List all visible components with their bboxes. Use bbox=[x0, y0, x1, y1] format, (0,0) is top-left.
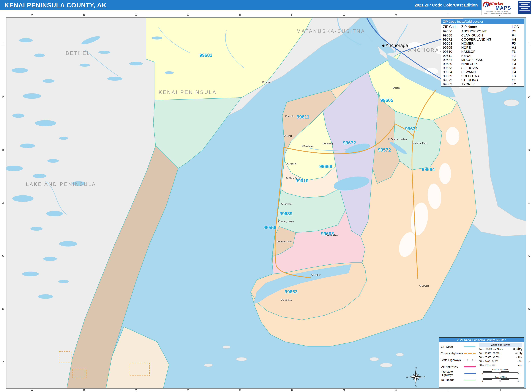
scale-segment bbox=[501, 371, 509, 372]
row-zip: 99682 bbox=[443, 82, 461, 86]
row-name: CLAM GULCH bbox=[461, 33, 512, 37]
legend-item-county-highways: County Highways bbox=[441, 350, 476, 357]
row-name: KENAI bbox=[461, 54, 512, 58]
row-loc: H4 bbox=[512, 70, 522, 74]
grid-col-bottom-I: I bbox=[448, 388, 448, 392]
index-row-99639: 99639NINILCHIKE3 bbox=[441, 62, 524, 66]
legend-item-label: ZIP Code bbox=[441, 345, 453, 348]
city-size-dot bbox=[518, 365, 519, 366]
scale-ticks: 01020 bbox=[482, 380, 519, 382]
scale-segment bbox=[509, 371, 518, 372]
legend-panel: 2021 Kenai Peninsula County, AK Map ZIP … bbox=[439, 337, 524, 388]
index-row-99568: 99568CLAM GULCHF4 bbox=[441, 33, 524, 37]
grid-col-bottom-C: C bbox=[135, 388, 137, 392]
legend-item-us-highways: US Highways bbox=[441, 363, 476, 370]
scale-tick: 10 bbox=[499, 373, 501, 375]
logo-tagline-2: America's Leading Source of Business Map… bbox=[484, 13, 511, 14]
line-sample-dot bbox=[467, 359, 468, 361]
scale-label: Scale in Miles bbox=[479, 376, 522, 378]
index-row-99610: 99610KASILOFF3 bbox=[441, 50, 524, 54]
grid-col-top-D: D bbox=[187, 13, 189, 16]
row-name: HOPE bbox=[461, 46, 512, 50]
legend-city-row-cities-50-000-99-999: Cities 50,000 - 99,999City bbox=[479, 351, 522, 355]
row-name: KASILOF bbox=[461, 50, 512, 54]
scale-bar bbox=[483, 371, 518, 373]
grid-row-right-4: 4 bbox=[528, 201, 530, 205]
grid-col-top-G: G bbox=[343, 13, 345, 16]
row-zip: 99669 bbox=[443, 74, 461, 78]
legend-item-state-highways: State Highways bbox=[441, 357, 476, 363]
index-row-99556: 99556ANCHOR POINTD5 bbox=[441, 29, 524, 33]
legend-city-label: Cities 100,000 and Above bbox=[479, 348, 503, 350]
legend-city-sample: City bbox=[515, 351, 522, 355]
index-row-99682: 99682TYONEKE2 bbox=[441, 82, 524, 86]
legend-city-label: Cities 250 - 4,999 bbox=[479, 364, 495, 367]
scale-segment bbox=[509, 378, 518, 380]
index-row-99663: 99663SELDOVIAD6 bbox=[441, 66, 524, 70]
row-loc: E3 bbox=[512, 62, 522, 66]
row-zip: 99664 bbox=[443, 70, 461, 74]
grid-col-bottom-B: B bbox=[83, 388, 85, 392]
grid-row-left-7: 7 bbox=[2, 360, 4, 364]
grid-row-left-5: 5 bbox=[2, 254, 4, 258]
row-zip: 99572 bbox=[443, 37, 461, 42]
compass-south-label: S bbox=[415, 385, 416, 387]
grid-col-bottom-F: F bbox=[291, 388, 293, 392]
compass-north-label: N bbox=[415, 366, 417, 369]
legend-item-zip-code: ZIP Code bbox=[441, 343, 476, 350]
scale-ticks: 01020 bbox=[482, 373, 519, 375]
grid-col-top-F: F bbox=[291, 13, 293, 16]
marketmaps-logo: Market MAPS The Target...The Town...The … bbox=[481, 0, 532, 15]
city-size-dot bbox=[517, 357, 517, 358]
city-size-text: City bbox=[516, 347, 522, 351]
city-size-text: City bbox=[519, 360, 522, 362]
scale-tick: 0 bbox=[482, 373, 483, 375]
legend-city-row-cities-5-000-24-999: Cities 5,000 - 24,999City bbox=[479, 359, 522, 363]
contact-info-box bbox=[518, 1, 531, 14]
row-zip: 99663 bbox=[443, 66, 461, 70]
index-row-99605: 99605HOPEH3 bbox=[441, 46, 524, 50]
row-loc: F4 bbox=[512, 33, 522, 37]
compass-west-label: W bbox=[406, 376, 408, 378]
legend-item-label: Toll Roads bbox=[441, 378, 454, 382]
contact-text-line bbox=[519, 2, 530, 3]
grid-row-right-6: 6 bbox=[528, 307, 530, 311]
grid-col-top-C: C bbox=[135, 13, 137, 16]
row-zip: 99605 bbox=[443, 46, 461, 50]
zip-index-column-headers: ZIP Code ZIP Name LOC bbox=[441, 24, 524, 29]
grid-row-right-1: 1 bbox=[528, 42, 530, 46]
legend-city-row-cities-100-000-and-above: Cities 100,000 and AboveCity bbox=[479, 347, 522, 351]
col-zip-code: ZIP Code bbox=[443, 25, 461, 29]
title-bar: KENAI PENINSULA COUNTY, AK 2021 ZIP Code… bbox=[0, 0, 532, 10]
index-row-99664: 99664SEWARDH4 bbox=[441, 70, 524, 74]
legend-city-sample: City bbox=[518, 360, 522, 362]
scale-bar bbox=[483, 378, 518, 380]
scale-tick: 20 bbox=[518, 373, 519, 375]
legend-title: 2021 Kenai Peninsula County, AK Map bbox=[439, 338, 524, 342]
legend-city-label: Cities 25,000 - 49,999 bbox=[479, 356, 499, 358]
index-row-99672: 99672STERLINGG3 bbox=[441, 78, 524, 82]
grid-row-right-2: 2 bbox=[528, 95, 530, 99]
logo-tagline-1: The Target...The Town...The Trusted... bbox=[486, 11, 509, 12]
row-name: SEWARD bbox=[461, 70, 512, 74]
legend-city-rows: Cities 100,000 and AboveCityCities 50,00… bbox=[479, 347, 522, 367]
city-size-dot bbox=[513, 348, 515, 350]
contact-text-line bbox=[519, 6, 530, 7]
row-loc: H4 bbox=[512, 37, 522, 42]
row-loc: H3 bbox=[512, 46, 522, 50]
legend-cities-section: Cities and Towns Cities 100,000 and Abov… bbox=[477, 342, 524, 385]
grid-col-bottom-J: J bbox=[499, 388, 501, 392]
legend-line-sample-toll-roads bbox=[464, 380, 476, 380]
scale-segment bbox=[492, 378, 501, 380]
row-zip: 99556 bbox=[443, 29, 461, 33]
scale-scale-in-kilometers: Scale in Kilometers01020 bbox=[479, 369, 522, 375]
scale-segment bbox=[483, 378, 492, 380]
row-loc: F3 bbox=[512, 50, 522, 54]
grid-col-top-H: H bbox=[395, 13, 397, 16]
row-name: ANCHOR POINT bbox=[461, 29, 512, 33]
grid-row-left-4: 4 bbox=[2, 201, 4, 205]
row-zip: 99568 bbox=[443, 33, 461, 37]
contact-text-line bbox=[521, 4, 528, 5]
logo-brand-bottom: MAPS bbox=[495, 5, 511, 11]
grid-row-right-3: 3 bbox=[528, 148, 530, 152]
